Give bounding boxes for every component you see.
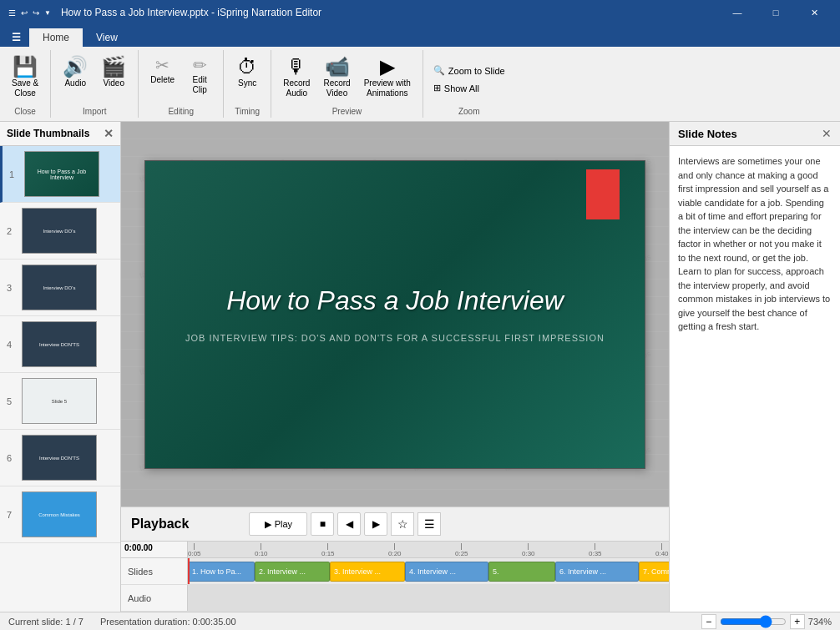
slides-label: Slides bbox=[121, 558, 188, 584]
play-button[interactable]: ▶ Play bbox=[249, 512, 307, 536]
slides-track-content[interactable]: 1. How to Pa... 2. Interview ... 3. Inte… bbox=[188, 558, 669, 584]
zoom-group-label: Zoom bbox=[430, 105, 509, 118]
slide-thumbnail-3[interactable]: 3 Interview DO's bbox=[0, 260, 120, 316]
notes-header: Slide Notes ✕ bbox=[670, 122, 840, 146]
slide-thumbnail-2[interactable]: 2 Interview DO's bbox=[0, 203, 120, 260]
record-audio-button[interactable]: 🎙 RecordAudio bbox=[278, 53, 315, 102]
notes-close-btn[interactable]: ✕ bbox=[822, 127, 832, 140]
show-all-button[interactable]: ⊞ Show All bbox=[430, 81, 483, 95]
delete-button[interactable]: ✂ Delete bbox=[145, 53, 180, 88]
zoom-to-slide-icon: 🔍 bbox=[433, 65, 445, 76]
preview-icon: ▶ bbox=[380, 57, 395, 77]
timing-group-label: Timing bbox=[230, 105, 264, 118]
slide-num-4: 4 bbox=[7, 340, 17, 350]
slide-thumbnail-7[interactable]: 7 Common Mistakes bbox=[0, 486, 120, 543]
audio-button[interactable]: 🔊 Audio bbox=[58, 53, 93, 92]
app-icon[interactable]: ☰ bbox=[3, 28, 29, 47]
zoom-control: − + 734% bbox=[701, 614, 832, 629]
bookmark-button[interactable]: ☆ bbox=[391, 512, 414, 536]
menu-button[interactable]: ☰ bbox=[417, 512, 441, 536]
delete-icon: ✂ bbox=[155, 57, 170, 73]
timeline-slide-1[interactable]: 1. How to Pa... bbox=[188, 562, 255, 582]
slide-preview-2: Interview DO's bbox=[22, 208, 97, 254]
preview-animations-button[interactable]: ▶ Preview withAnimations bbox=[359, 53, 416, 102]
notes-content: Interviews are sometimes your one and on… bbox=[670, 146, 840, 612]
video-button[interactable]: 🎬 Video bbox=[96, 53, 131, 92]
slide-thumbnail-6[interactable]: 6 Interview DON'TS bbox=[0, 430, 120, 486]
slide-notes-panel: Slide Notes ✕ Interviews are sometimes y… bbox=[669, 122, 840, 612]
timeline-slide-5[interactable]: 5. bbox=[488, 562, 555, 582]
save-close-button[interactable]: 💾 Save &Close bbox=[7, 53, 43, 102]
presentation-duration-status: Presentation duration: 0:00:35.00 bbox=[100, 617, 236, 627]
center-area: fábrica de cursos fábrica de cursos fábr… bbox=[121, 122, 669, 612]
slide-preview-3: Interview DO's bbox=[22, 265, 97, 310]
record-video-icon: 📹 bbox=[325, 57, 350, 77]
sync-button[interactable]: ⏱ Sync bbox=[230, 53, 264, 92]
zoom-to-slide-button[interactable]: 🔍 Zoom to Slide bbox=[430, 63, 509, 78]
timeline-slide-7[interactable]: 7. Common ... bbox=[639, 562, 669, 582]
show-all-icon: ⊞ bbox=[433, 83, 441, 93]
window-controls: — □ ✕ bbox=[718, 0, 833, 25]
audio-track-content[interactable] bbox=[188, 585, 669, 611]
stop-button[interactable]: ■ bbox=[311, 512, 334, 536]
star-icon: ☆ bbox=[397, 517, 408, 531]
timeline-slide-2[interactable]: 2. Interview ... bbox=[255, 562, 330, 582]
minimize-btn[interactable]: — bbox=[718, 0, 757, 25]
forward-button[interactable]: ▶ bbox=[364, 512, 387, 536]
status-bar-right: − + 734% bbox=[701, 614, 832, 629]
timeline-slide-4[interactable]: 4. Interview ... bbox=[405, 562, 488, 582]
app-menu-btn[interactable]: ☰ bbox=[7, 7, 18, 19]
slide-num-1: 1 bbox=[9, 169, 19, 179]
slide-preview-4: Interview DON'TS bbox=[22, 321, 97, 367]
slide-thumbnail-5[interactable]: 5 Slide 5 bbox=[0, 373, 120, 430]
slide-num-6: 6 bbox=[7, 453, 17, 463]
menu-icon: ☰ bbox=[424, 517, 435, 531]
slide-num-7: 7 bbox=[7, 510, 17, 520]
timeline-slide-6[interactable]: 6. Interview ... bbox=[555, 562, 639, 582]
timeline-slide-3[interactable]: 3. Interview ... bbox=[330, 562, 405, 582]
playback-title: Playback bbox=[131, 517, 189, 532]
slide-thumbnail-1[interactable]: 1 How to Pass a Job Interview bbox=[0, 146, 120, 203]
play-icon: ▶ bbox=[265, 519, 271, 530]
ribbon-group-editing: ✂ Delete ✏ EditClip Editing bbox=[139, 50, 224, 118]
zoom-plus-btn[interactable]: + bbox=[790, 614, 805, 629]
window-title: How to Pass a Job Interview.pptx - iSpri… bbox=[61, 7, 321, 18]
slide-num-2: 2 bbox=[7, 226, 17, 236]
forward-icon: ▶ bbox=[372, 518, 380, 530]
slide-num-3: 3 bbox=[7, 283, 17, 293]
close-btn[interactable]: ✕ bbox=[795, 0, 833, 25]
slide-num-5: 5 bbox=[7, 396, 17, 406]
edit-clip-icon: ✏ bbox=[193, 57, 207, 73]
ribbon-tabs: ☰ Home View bbox=[0, 25, 840, 47]
pin-btn[interactable]: ▼ bbox=[43, 8, 53, 18]
ribbon-group-close: 💾 Save &Close Close bbox=[0, 50, 51, 118]
playback-header: Playback ▶ Play ■ ◀ ▶ bbox=[121, 507, 669, 542]
editing-group-label: Editing bbox=[145, 105, 216, 118]
slide-preview-6: Interview DON'TS bbox=[22, 435, 97, 481]
tab-view[interactable]: View bbox=[83, 28, 131, 47]
slide-preview-area: fábrica de cursos fábrica de cursos fábr… bbox=[121, 122, 669, 507]
maximize-btn[interactable]: □ bbox=[757, 0, 795, 25]
import-group-label: Import bbox=[58, 105, 131, 118]
slide-inner: How to Pass a Job Interview JOB INTERVIE… bbox=[145, 161, 645, 468]
zoom-minus-btn[interactable]: − bbox=[701, 614, 716, 629]
undo-btn[interactable]: ↩ bbox=[19, 7, 29, 19]
playhead[interactable] bbox=[188, 558, 190, 584]
current-slide-status: Current slide: 1 / 7 bbox=[8, 617, 83, 627]
zoom-slider[interactable] bbox=[720, 615, 787, 628]
slide-thumbnail-4[interactable]: 4 Interview DON'TS bbox=[0, 316, 120, 373]
sync-icon: ⏱ bbox=[237, 57, 257, 77]
audio-track: Audio bbox=[121, 585, 669, 612]
status-bar: Current slide: 1 / 7 Presentation durati… bbox=[0, 612, 840, 630]
back-button[interactable]: ◀ bbox=[337, 512, 361, 536]
record-audio-icon: 🎙 bbox=[286, 57, 306, 77]
edit-clip-button[interactable]: ✏ EditClip bbox=[183, 53, 216, 98]
record-video-button[interactable]: 📹 RecordVideo bbox=[318, 53, 355, 102]
save-close-icon: 💾 bbox=[13, 57, 38, 77]
thumbnails-close-btn[interactable]: ✕ bbox=[104, 127, 114, 140]
timeline-ruler: 0:05 0:10 0:15 0:20 0:25 0:30 0:35 0:40 bbox=[188, 542, 669, 557]
tab-home[interactable]: Home bbox=[29, 28, 83, 47]
redo-btn[interactable]: ↪ bbox=[31, 7, 41, 19]
timeline-area: 0:00.00 0:05 0:10 0:15 0:20 0:25 0:30 0:… bbox=[121, 542, 669, 612]
audio-label: Audio bbox=[121, 585, 188, 611]
